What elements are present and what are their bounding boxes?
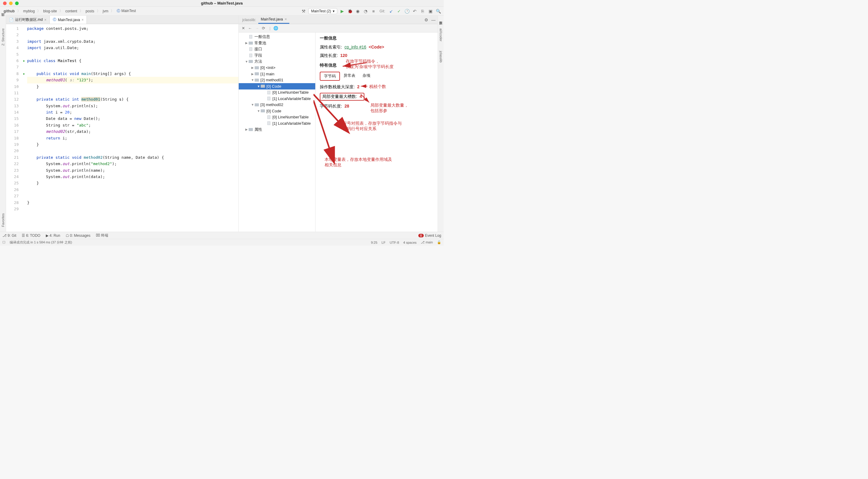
- chevron-down-icon: ▾: [333, 9, 335, 13]
- right-tool-gutter: 数据库 aiXcoder jclasslib: [438, 16, 444, 232]
- messages-tool[interactable]: ☖ 0: Messages: [66, 233, 90, 238]
- git-tool[interactable]: ⎇ 9: Git: [2, 233, 16, 238]
- editor-tab[interactable]: 📄运行时数据区.md×: [6, 16, 50, 24]
- breadcrumb-item[interactable]: myblog: [22, 8, 36, 14]
- refresh-icon[interactable]: ⟳: [262, 26, 265, 30]
- vcs-toolbar-icon[interactable]: ⎘: [420, 8, 426, 14]
- file-icon: [267, 96, 271, 101]
- file-icon: [248, 47, 253, 51]
- run-config-label: MainTest (2): [311, 9, 331, 13]
- git-history-icon[interactable]: 🕐: [404, 8, 410, 14]
- code-editor[interactable]: package content.posts.jvm;import javax.x…: [27, 24, 239, 232]
- line-gutter: 1234567891011121314151617181920212223242…: [6, 24, 21, 232]
- jtree-item[interactable]: [0] LineNumberTable: [239, 114, 315, 121]
- close-icon[interactable]: ×: [82, 18, 84, 22]
- file-encoding[interactable]: UTF-8: [390, 241, 399, 244]
- todo-tool[interactable]: ☰ 6: TODO: [22, 233, 40, 238]
- structure-tool[interactable]: Z: Structure: [1, 27, 5, 47]
- jtree-item[interactable]: ▼[0] Code: [239, 83, 315, 90]
- breadcrumb-item[interactable]: blog-site: [42, 8, 58, 14]
- git-branch[interactable]: ⎇ main: [421, 241, 433, 244]
- globe-icon[interactable]: 🌐: [273, 26, 278, 30]
- terminal-tool[interactable]: ⌧ 终端: [96, 233, 108, 238]
- close-tab-icon[interactable]: ✕: [242, 26, 245, 30]
- git-commit-icon[interactable]: ✓: [396, 8, 402, 14]
- jclasslib-detail: 一般信息 属性名索引: cp_info #16 <Code> 属性长度: 120…: [315, 33, 438, 232]
- jtree-item[interactable]: [1] LocalVariableTable: [239, 120, 315, 127]
- breadcrumb-item[interactable]: content: [64, 8, 79, 14]
- jtree-item[interactable]: ▼[3] method02: [239, 102, 315, 108]
- event-log-tool[interactable]: 8Event Log: [418, 233, 441, 238]
- git-update-icon[interactable]: ↙: [388, 8, 394, 14]
- window-title: github – MainTest.java: [201, 1, 243, 5]
- jtree-item[interactable]: 一般信息: [239, 34, 315, 40]
- jtree-item[interactable]: ▼[0] Code: [239, 108, 315, 114]
- detail-tab-exception[interactable]: 异常表: [340, 72, 359, 81]
- search-icon[interactable]: 🔍: [435, 8, 441, 14]
- line-separator[interactable]: LF: [381, 241, 385, 244]
- hammer-icon[interactable]: ⚒: [301, 8, 307, 14]
- jtree-item[interactable]: ▶常量池: [239, 40, 315, 46]
- jtree-item[interactable]: 接口: [239, 46, 315, 53]
- folder-icon: [248, 59, 253, 64]
- debug-icon[interactable]: 🐞: [347, 8, 353, 14]
- file-icon: [267, 115, 271, 119]
- nav-row: github〉myblog〉blog-site〉content〉posts〉jv…: [0, 7, 444, 16]
- aixcoder-tool[interactable]: aiXcoder: [439, 27, 443, 43]
- jclasslib-tree[interactable]: 一般信息▶常量池接口字段▼方法▶[0] <init>▶[1] main▼[2] …: [239, 33, 315, 232]
- jtree-item[interactable]: [0] LineNumberTable: [239, 90, 315, 96]
- stop-icon[interactable]: ■: [370, 8, 376, 14]
- jtree-item[interactable]: ▶[0] <init>: [239, 65, 315, 71]
- jclasslib-pane: jclasslib: MainTest.java× ⚙ — ✕ ← → ⟳ | …: [239, 16, 438, 232]
- breadcrumb-item[interactable]: jvm: [101, 8, 110, 14]
- panel-icon[interactable]: ▣: [427, 8, 433, 14]
- code-len-label: 字节码长度:: [320, 104, 342, 109]
- jtree-item[interactable]: ▶属性: [239, 127, 315, 133]
- favorites-tool[interactable]: Favorites: [1, 212, 5, 229]
- back-icon[interactable]: ←: [248, 26, 252, 30]
- jtree-item[interactable]: ▼[2] method01: [239, 77, 315, 84]
- run-config-selector[interactable]: MainTest (2)▾: [308, 8, 337, 14]
- coverage-icon[interactable]: ◉: [355, 8, 361, 14]
- file-icon: [248, 35, 253, 39]
- status-message: 编译成功完成 in 1 s 584 ms (37 分钟 之前): [10, 240, 72, 245]
- close-icon[interactable]: ×: [285, 17, 287, 21]
- attr-name-link[interactable]: cp_info #16: [344, 44, 366, 50]
- attr-name-extra: <Code>: [369, 44, 384, 50]
- run-icon[interactable]: ▶: [339, 8, 345, 14]
- minimize-icon[interactable]: —: [430, 17, 436, 23]
- build-status-icon: ☐: [2, 241, 5, 244]
- file-icon: [267, 90, 271, 95]
- folder-icon: [254, 66, 259, 70]
- indent-setting[interactable]: 4 spaces: [403, 241, 416, 244]
- forward-icon[interactable]: →: [255, 26, 259, 30]
- max-locals-label: 局部变量最大槽数:: [322, 94, 357, 99]
- breadcrumb-item[interactable]: github: [2, 8, 16, 14]
- breadcrumbs[interactable]: github〉myblog〉blog-site〉content〉posts〉jv…: [2, 8, 137, 14]
- jclasslib-label: jclasslib:: [240, 18, 258, 22]
- close-window-button[interactable]: [3, 1, 7, 5]
- jtree-item[interactable]: 字段: [239, 53, 315, 59]
- close-icon[interactable]: ×: [44, 18, 46, 22]
- detail-tab-bytecode[interactable]: 字节码: [320, 72, 340, 81]
- run-tool[interactable]: ▶ 4: Run: [46, 233, 60, 238]
- lock-icon[interactable]: 🔓: [437, 241, 441, 244]
- database-tool[interactable]: 数据库: [438, 17, 443, 21]
- gear-icon[interactable]: ⚙: [423, 17, 429, 23]
- maximize-window-button[interactable]: [15, 1, 19, 5]
- detail-tab-misc[interactable]: 杂项: [359, 72, 374, 81]
- jclasslib-tool[interactable]: jclasslib: [439, 49, 443, 64]
- folder-icon: [248, 127, 253, 132]
- jclasslib-tab[interactable]: MainTest.java×: [258, 16, 289, 24]
- minimize-window-button[interactable]: [9, 1, 13, 5]
- editor-tab[interactable]: ⒸMainTest.java×: [50, 16, 87, 24]
- jtree-item[interactable]: [1] LocalVariableTable: [239, 96, 315, 102]
- jtree-item[interactable]: ▼方法: [239, 59, 315, 65]
- profile-icon[interactable]: ◔: [363, 8, 369, 14]
- jtree-item[interactable]: ▶[1] main: [239, 71, 315, 77]
- project-tool[interactable]: 项目: [1, 17, 5, 21]
- git-rollback-icon[interactable]: ↶: [412, 8, 418, 14]
- cursor-position[interactable]: 9:25: [371, 241, 377, 244]
- breadcrumb-item[interactable]: posts: [84, 8, 96, 14]
- breadcrumb-item[interactable]: Ⓒ MainTest: [116, 8, 137, 14]
